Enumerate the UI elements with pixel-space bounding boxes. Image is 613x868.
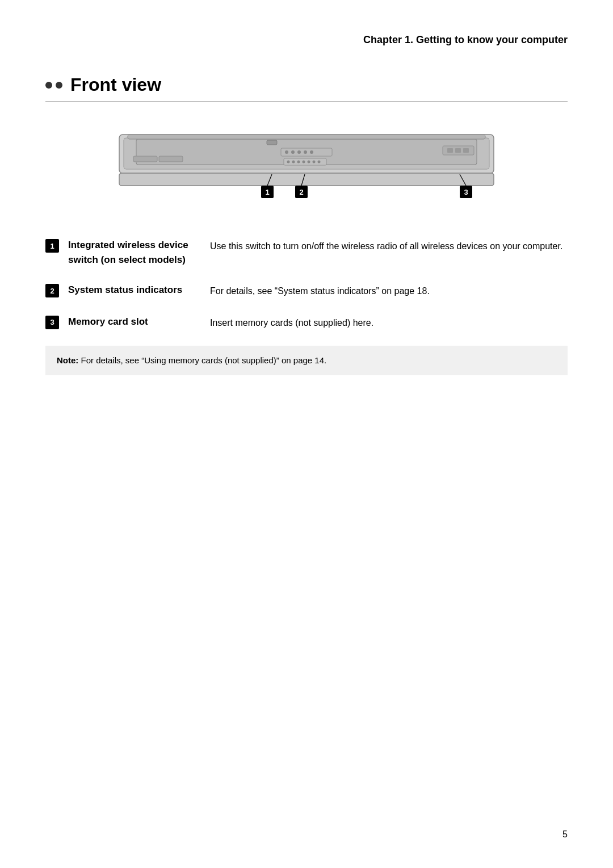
- svg-point-17: [303, 161, 305, 163]
- chapter-header: Chapter 1. Getting to know your computer: [45, 34, 568, 46]
- svg-point-19: [313, 161, 316, 163]
- laptop-svg: 1 2 3: [102, 124, 511, 215]
- item-row-1: 1 Integrated wireless device switch (on …: [45, 238, 568, 267]
- svg-point-18: [308, 161, 310, 163]
- svg-rect-3: [119, 173, 494, 186]
- item-row-2: 2 System status indicators For details, …: [45, 283, 568, 299]
- svg-point-8: [285, 150, 288, 154]
- laptop-diagram: 1 2 3: [102, 124, 511, 215]
- section-dots-icon: [45, 82, 62, 89]
- section-title-container: Front view: [45, 74, 568, 102]
- note-label: Note:: [57, 355, 78, 365]
- svg-point-10: [297, 150, 301, 154]
- chapter-title: Chapter 1. Getting to know your computer: [363, 34, 568, 45]
- content-section: 1 Integrated wireless device switch (on …: [45, 238, 568, 375]
- item-description-1: Use this switch to turn on/off the wirel…: [210, 238, 568, 254]
- svg-rect-4: [133, 156, 157, 162]
- section-title: Front view: [70, 74, 161, 95]
- svg-point-12: [310, 150, 313, 154]
- item-number-3: 3: [45, 316, 59, 329]
- dot-1: [45, 82, 52, 89]
- svg-point-14: [287, 161, 290, 163]
- note-text-content: For details, see “Using memory cards (no…: [81, 355, 327, 365]
- svg-text:3: 3: [464, 188, 468, 196]
- svg-text:2: 2: [299, 188, 303, 196]
- svg-point-9: [291, 150, 295, 154]
- page-number: 5: [562, 829, 568, 840]
- svg-point-15: [292, 161, 295, 163]
- dot-2: [56, 82, 62, 89]
- item-term-2: System status indicators: [68, 283, 193, 297]
- diagram-area: 1 2 3: [45, 124, 568, 215]
- item-term-3: Memory card slot: [68, 315, 193, 329]
- svg-point-11: [304, 150, 307, 154]
- item-row-3: 3 Memory card slot Insert memory cards (…: [45, 315, 568, 330]
- note-box: Note: For details, see “Using memory car…: [45, 346, 568, 375]
- svg-rect-5: [159, 156, 183, 162]
- item-number-2: 2: [45, 284, 59, 297]
- item-description-2: For details, see “System status indicato…: [210, 283, 568, 299]
- item-term-1: Integrated wireless device switch (on se…: [68, 238, 193, 267]
- item-number-1: 1: [45, 239, 59, 253]
- svg-rect-24: [463, 148, 469, 153]
- svg-rect-6: [267, 140, 277, 145]
- svg-rect-25: [128, 135, 485, 139]
- svg-rect-23: [455, 148, 461, 153]
- svg-text:1: 1: [265, 188, 269, 196]
- svg-rect-22: [447, 148, 453, 153]
- svg-point-20: [318, 161, 321, 163]
- page-container: Chapter 1. Getting to know your computer…: [0, 0, 613, 868]
- svg-point-16: [297, 161, 300, 163]
- item-description-3: Insert memory cards (not supplied) here.: [210, 315, 568, 330]
